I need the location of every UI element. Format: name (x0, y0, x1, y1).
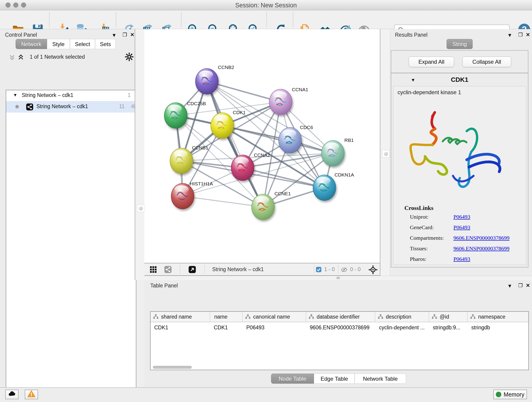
column-header-canonical-name[interactable]: canonical name (243, 312, 306, 322)
node-label-CCNE1: CCNE1 (274, 191, 291, 196)
network-tree: ▼ String Network – cdk1 1 String Network… (6, 90, 136, 402)
table-cell[interactable]: stringdb (471, 325, 528, 331)
table-panel-float-icon[interactable]: ❐ (518, 283, 523, 288)
table-cell[interactable]: CDK1 (154, 325, 209, 331)
tab-node-table[interactable]: Node Table (271, 374, 314, 384)
node-HIST1H1A[interactable] (171, 183, 194, 209)
node-RB1[interactable] (322, 140, 344, 166)
results-panel: Results Panel ▼ ❐ ✕ String Expand All Co… (391, 29, 532, 276)
right-splitter[interactable] (380, 29, 390, 280)
control-panel-close-icon[interactable]: ✕ (130, 32, 134, 38)
table-panel: Table Panel ▼ ❐ ✕ f(x) shared namenameca… (144, 280, 532, 387)
table-cell[interactable]: cyclin-dependent ... (379, 325, 428, 331)
string-view-icon[interactable] (164, 266, 172, 274)
node-CCNE1[interactable] (252, 194, 274, 220)
tab-network-table[interactable]: Network Table (355, 374, 406, 384)
left-splitter-grip[interactable] (137, 205, 144, 212)
application-window: Session: New Session ? Control Panel ▼ ❐… (0, 0, 532, 402)
node-CCNA1[interactable] (269, 89, 292, 115)
toolbar-separator (266, 12, 267, 27)
node-label-CDK1: CDK1 (233, 110, 246, 115)
memory-button[interactable]: Memory (493, 390, 527, 399)
table-cell[interactable]: CDK1 (214, 325, 242, 331)
node-label-CDC6: CDC6 (300, 125, 313, 130)
table-cell[interactable]: P06493 (246, 325, 305, 331)
column-header-database-identifier[interactable]: database identifier (306, 312, 375, 322)
tab-style[interactable]: Style (47, 39, 70, 49)
table-cell[interactable]: 9606.ENSP00000378699 (310, 325, 374, 331)
right-splitter-grip[interactable] (382, 150, 389, 157)
table-panel-menu-icon[interactable]: ▼ (507, 283, 512, 289)
column-header-namespace[interactable]: namespace (468, 312, 529, 322)
network-view-toolbar: String Network – cdk1 1 - 0 0 - 0 (144, 263, 380, 276)
warning-button[interactable] (25, 390, 38, 399)
node-CDK1[interactable] (211, 113, 234, 138)
memory-status-icon (496, 392, 501, 397)
crosslink-label: Pharos: (410, 256, 426, 262)
left-splitter[interactable] (135, 29, 145, 280)
crosslink-compartments-link[interactable]: 9606.ENSP00000378699 (453, 235, 510, 241)
tab-string[interactable]: String (447, 39, 473, 49)
crosslink-pharos-link[interactable]: P06493 (453, 256, 470, 262)
birdseye-view-icon[interactable] (188, 266, 196, 274)
node-CCNB1[interactable] (170, 148, 193, 174)
node-CCNB2[interactable] (196, 69, 218, 94)
node-CDC25B[interactable] (164, 103, 187, 128)
results-panel-menu-icon[interactable]: ▼ (507, 32, 512, 38)
network-row-selected[interactable]: String Network – cdk1 11 48 (6, 101, 135, 113)
selected-checkbox-icon[interactable] (316, 266, 322, 274)
toolbar-separator (49, 12, 50, 27)
bottom-splitter-grip[interactable] (336, 277, 340, 279)
edge-CCNE1-HIST1H1A[interactable] (183, 196, 263, 207)
gene-section: ▼ CDK1 cyclin-dependent kinase 1 (391, 73, 528, 268)
node-label-RB1: RB1 (344, 138, 354, 143)
table-panel-close-icon[interactable]: ✕ (526, 283, 530, 288)
warning-icon (27, 390, 36, 399)
crosslink-uniprot-link[interactable]: P06493 (453, 214, 470, 220)
node-CDC6[interactable] (279, 128, 302, 153)
toolbar-separator (293, 12, 293, 27)
node-label-CCNB1: CCNB1 (192, 145, 208, 150)
expand-all-button[interactable]: Expand All (409, 57, 454, 67)
control-panel-menu-icon[interactable]: ▼ (112, 32, 117, 38)
network-collection-row[interactable]: ▼ String Network – cdk1 1 (6, 90, 135, 101)
hidden-eye-icon[interactable] (341, 266, 348, 274)
tab-select[interactable]: Select (70, 39, 95, 49)
column-header-@id[interactable]: @id (429, 312, 468, 322)
tab-edge-table[interactable]: Edge Table (314, 374, 355, 384)
results-panel-float-icon[interactable]: ❐ (518, 32, 523, 38)
grid-view-icon[interactable] (149, 266, 157, 274)
protein-structure-image (398, 100, 522, 201)
results-panel-close-icon[interactable]: ✕ (526, 32, 530, 38)
crosslink-genecard-link[interactable]: P06493 (453, 224, 470, 230)
bottom-splitter[interactable] (144, 276, 532, 281)
tab-sets[interactable]: Sets (95, 39, 116, 49)
window-title: Session: New Session (0, 2, 532, 9)
crosslink-tissues-link[interactable]: 9606.ENSP00000378699 (453, 245, 510, 252)
tab-network[interactable]: Network (16, 39, 47, 49)
network-canvas[interactable]: CCNB2CCNA1CDC25BCDK1CDC6RB1CCNB1CCNA2CDK… (144, 29, 380, 263)
selected-counter: 1 - 0 (324, 266, 335, 273)
edge-CCNB2-CCNE1[interactable] (207, 81, 263, 207)
table-hscrollbar[interactable] (153, 366, 192, 369)
table-cell[interactable]: stringdb:9... (433, 325, 467, 331)
crosslink-label: Compartments: (410, 235, 444, 241)
shared-column-icon (431, 314, 437, 321)
column-header-shared-name[interactable]: shared name (151, 312, 210, 322)
network-name: String Network – cdk1 (36, 103, 88, 109)
collection-expander-icon[interactable]: ▼ (13, 93, 17, 98)
status-bar: Memory (0, 387, 532, 402)
column-header-name[interactable]: name (210, 312, 243, 322)
control-panel-float-icon[interactable]: ❐ (123, 32, 127, 38)
string-network-icon (26, 103, 33, 112)
node-CDKN1A[interactable] (313, 175, 336, 201)
fit-navigate-icon[interactable] (368, 265, 378, 275)
gear-icon[interactable] (124, 52, 134, 63)
collapse-all-button[interactable]: Collapse All (462, 57, 511, 67)
edge-CDK1-RB1[interactable] (222, 126, 333, 153)
node-label-CCNB2: CCNB2 (218, 65, 234, 70)
crosslink-label: GeneCard: (410, 224, 434, 230)
node-CCNA2[interactable] (231, 155, 254, 181)
column-header-description[interactable]: description (375, 312, 429, 322)
cloud-button[interactable] (5, 390, 19, 399)
